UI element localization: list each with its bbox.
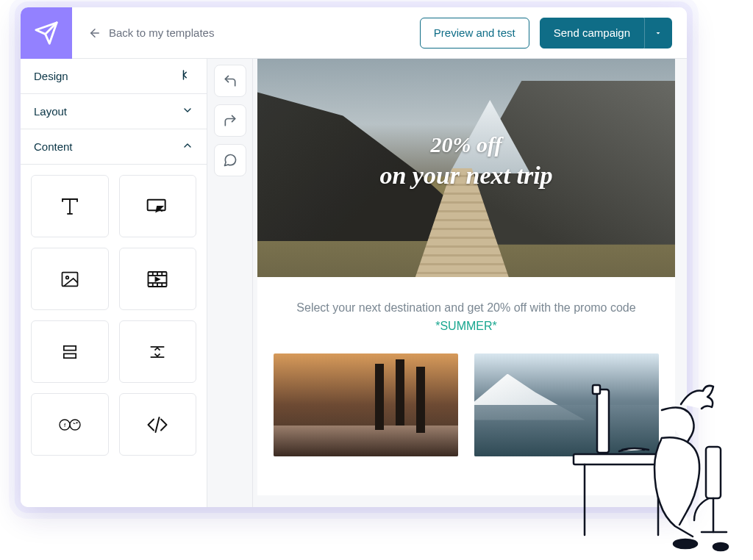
sidebar-section-content[interactable]: Content	[21, 129, 207, 165]
svg-rect-7	[62, 272, 77, 286]
social-icon: f	[58, 417, 82, 433]
image-icon	[60, 269, 80, 290]
svg-point-35	[713, 543, 728, 550]
promo-code: *SUMMER*	[435, 320, 497, 332]
divider-icon	[147, 342, 168, 362]
hero-text: 20% off on your next trip	[257, 132, 675, 190]
canvas[interactable]: 20% off on your next trip Select your ne…	[253, 59, 687, 507]
section-label: Layout	[34, 105, 67, 118]
sidebar: Design Layout Content	[21, 59, 207, 507]
block-spacer[interactable]	[31, 320, 109, 383]
undo-button[interactable]	[214, 65, 246, 97]
redo-icon	[223, 113, 238, 128]
send-label: Send campaign	[554, 26, 630, 39]
video-icon	[146, 268, 168, 290]
top-actions: Preview and test Send campaign	[420, 18, 687, 49]
svg-rect-20	[64, 353, 76, 358]
code-icon	[146, 414, 168, 436]
email-body[interactable]: Select your next destination and get 20%…	[257, 277, 675, 456]
button-icon	[146, 195, 169, 218]
back-link-label: Back to my templates	[109, 26, 214, 39]
undo-icon	[223, 73, 238, 88]
app-frame: Back to my templates Preview and test Se…	[21, 7, 687, 507]
svg-point-8	[66, 276, 69, 279]
comment-icon	[223, 153, 238, 168]
svg-point-25	[70, 420, 80, 430]
svg-marker-18	[156, 277, 160, 281]
lead-copy: Select your next destination and get 20%…	[296, 301, 635, 314]
collapse-left-icon	[180, 68, 193, 84]
block-button[interactable]	[119, 175, 197, 237]
caret-down-icon	[654, 29, 663, 37]
send-campaign-button[interactable]: Send campaign	[540, 18, 644, 49]
block-html[interactable]	[119, 393, 197, 456]
arrow-left-icon	[88, 26, 101, 40]
svg-point-34	[674, 539, 697, 548]
lead-text: Select your next destination and get 20%…	[274, 299, 659, 336]
app-logo[interactable]	[21, 7, 72, 59]
content-block-grid: f	[21, 165, 207, 466]
spacer-icon	[60, 342, 80, 362]
paper-plane-icon	[34, 21, 59, 46]
send-button-group: Send campaign	[540, 18, 672, 49]
redo-button[interactable]	[214, 104, 246, 137]
block-social[interactable]: f	[31, 393, 109, 456]
image-row	[274, 353, 659, 456]
topbar: Back to my templates Preview and test Se…	[21, 7, 687, 59]
section-label: Design	[34, 70, 68, 82]
section-label: Content	[34, 140, 73, 153]
sidebar-section-design[interactable]: Design	[21, 59, 207, 94]
tool-column	[207, 59, 253, 507]
email-preview[interactable]: 20% off on your next trip Select your ne…	[257, 59, 675, 495]
block-text[interactable]	[31, 175, 109, 237]
chevron-down-icon	[182, 104, 193, 118]
text-icon	[59, 195, 81, 218]
sidebar-section-layout[interactable]: Layout	[21, 94, 207, 129]
hero-image[interactable]: 20% off on your next trip	[257, 59, 675, 277]
hero-line-1: 20% off	[257, 132, 675, 157]
svg-rect-32	[706, 447, 721, 498]
workspace: Design Layout Content	[21, 59, 687, 507]
block-divider[interactable]	[119, 320, 197, 383]
preview-label: Preview and test	[434, 26, 515, 39]
chevron-up-icon	[182, 140, 193, 154]
block-image[interactable]	[31, 248, 109, 310]
svg-line-26	[156, 417, 160, 432]
block-video[interactable]	[119, 248, 197, 310]
send-dropdown-button[interactable]	[644, 18, 672, 49]
svg-rect-19	[64, 345, 76, 350]
back-link[interactable]: Back to my templates	[88, 26, 214, 40]
svg-text:f: f	[64, 422, 66, 428]
comment-button[interactable]	[214, 144, 246, 176]
preview-button[interactable]: Preview and test	[420, 18, 529, 49]
destination-image-2[interactable]	[474, 353, 659, 456]
destination-image-1[interactable]	[274, 353, 458, 456]
hero-line-2: on your next trip	[257, 162, 675, 190]
